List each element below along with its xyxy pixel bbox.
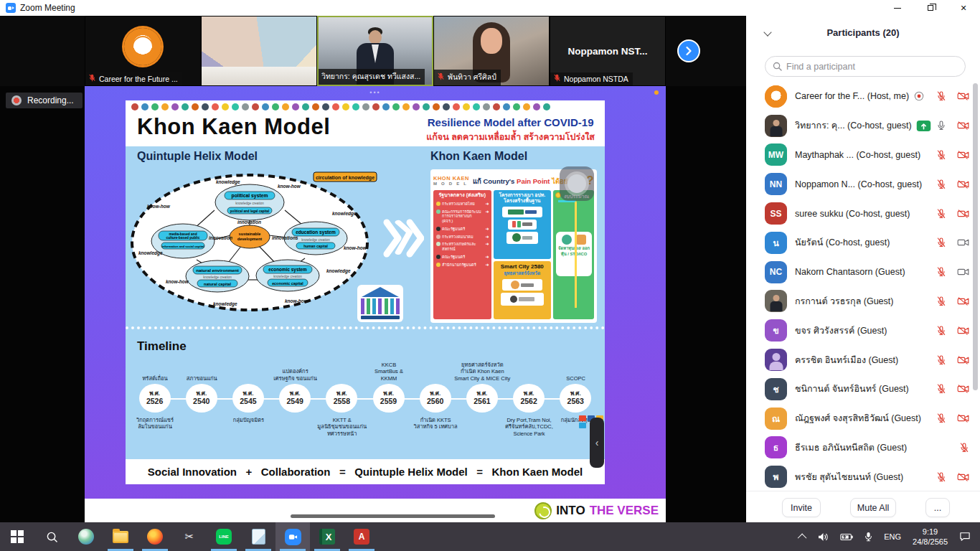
- volume-icon[interactable]: [813, 522, 834, 551]
- svg-text:media-based and: media-based and: [169, 232, 197, 236]
- svg-text:know-how: know-how: [278, 184, 301, 189]
- timeline-item: พ.ศ.2560 กำเนิด KKTS วิสาหกิจ 5 เทศบาล: [412, 329, 458, 462]
- participant-badges: [916, 121, 931, 131]
- next-page-videos-button[interactable]: [677, 39, 700, 62]
- participant-avatar: ณ: [765, 408, 787, 430]
- video-tile[interactable]: Noppamon NST... Noppamon NSTDA: [550, 16, 666, 86]
- participant-row[interactable]: NC Nakorn Chantasorn (Guest): [746, 258, 980, 287]
- mic-muted-icon: [936, 354, 947, 366]
- participant-name: ครรชิต อินทร์เมือง (Guest): [795, 353, 898, 367]
- firefox-button[interactable]: [138, 522, 172, 551]
- participant-avatar: [765, 349, 787, 371]
- excel-button[interactable]: X: [310, 522, 344, 551]
- more-options-button[interactable]: ...: [925, 498, 950, 517]
- video-tile[interactable]: นัยรัตน์: [201, 16, 317, 86]
- participant-row[interactable]: วิทยากร: คุ... (Co-host, guest): [746, 111, 980, 141]
- language-indicator[interactable]: ENG: [879, 522, 906, 551]
- mic-muted-icon: [204, 72, 212, 80]
- svg-text:natural environment: natural environment: [196, 268, 238, 273]
- camera-on-icon: [956, 237, 970, 248]
- collapse-panel-handle[interactable]: ‹: [590, 418, 604, 468]
- mute-all-button[interactable]: Mute All: [850, 498, 896, 517]
- timeline-year-circle: พ.ศ.2558: [326, 384, 357, 413]
- line-app-button[interactable]: LINE: [207, 522, 241, 551]
- participant-row[interactable]: ครรชิต อินทร์เมือง (Guest): [746, 345, 980, 375]
- participant-row[interactable]: น นัยรัตน์ (Co-host, guest): [746, 228, 980, 258]
- svg-text:knowledge: knowledge: [326, 268, 351, 274]
- file-explorer-button[interactable]: [103, 522, 138, 551]
- svg-text:natural capital: natural capital: [204, 282, 231, 286]
- video-tile-label: วิทยากร: คุณสุรเดช ทวีแสงส...: [319, 69, 425, 85]
- participant-avatar: พ: [765, 466, 787, 488]
- acrobat-button[interactable]: A: [344, 522, 379, 551]
- participant-avatar: ธ: [765, 436, 787, 458]
- restore-button[interactable]: [914, 0, 947, 16]
- participant-row[interactable]: Career for the F... (Host, me): [746, 82, 980, 111]
- action-center-icon[interactable]: [954, 522, 976, 551]
- timeline-item: พ.ศ.2562 Dry Port,Tram Noi, ศรีจันทร์คลั…: [506, 329, 552, 462]
- close-button[interactable]: ✕: [947, 0, 980, 16]
- camera-off-icon: [956, 149, 970, 161]
- search-input[interactable]: [786, 62, 958, 72]
- timeline-year-circle: พ.ศ.2540: [186, 384, 217, 413]
- participant-row[interactable]: ณ ณัฎฐพงศ์ จงสุรสิทธิวัฒน์ (Guest): [746, 404, 980, 433]
- timeline-label-above: SCOPC: [544, 375, 608, 382]
- start-button[interactable]: [0, 522, 34, 551]
- recording-dot-icon: [11, 95, 22, 105]
- drag-handle-icon[interactable]: •••: [369, 89, 380, 96]
- svg-text:know-how: know-how: [344, 245, 367, 250]
- timeline-item: KKCB SmartBus & KKMM พ.ศ.2559: [365, 329, 412, 462]
- infographic-column-budget: งบประมาณ จัดหาทุนเอง/ ออกหุ้น / STO/ICO: [553, 190, 594, 319]
- assistive-touch-button[interactable]: [560, 166, 594, 201]
- video-tile[interactable]: พันทิวา ศรีศิลป์: [433, 16, 550, 86]
- participant-search-box[interactable]: [765, 56, 966, 77]
- participant-row[interactable]: SS suree sukku (Co-host, guest): [746, 199, 980, 228]
- participant-row[interactable]: MW Maythaphak ... (Co-host, guest): [746, 141, 980, 170]
- horizontal-scrollbar[interactable]: [291, 514, 495, 518]
- participant-row[interactable]: พ พรชัย สุตันไชยนนท์ (Guest): [746, 462, 980, 491]
- participant-row[interactable]: กรกานต์ วรธรกุล (Guest): [746, 287, 980, 316]
- participant-row[interactable]: NN Noppamon N... (Co-host, guest): [746, 169, 980, 199]
- windows-taskbar: ✂LINEXA ENG 9:1924/8/2565: [0, 522, 980, 551]
- line-app-icon: LINE: [216, 529, 232, 545]
- video-tile[interactable]: วิทยากร: คุณสุรเดช ทวีแสงส...: [317, 16, 433, 86]
- minimize-button[interactable]: [881, 0, 914, 16]
- battery-icon[interactable]: [835, 522, 858, 551]
- invite-button[interactable]: Invite: [782, 498, 821, 517]
- taskbar-search-button[interactable]: [34, 522, 69, 551]
- camera-off-icon: [956, 471, 970, 483]
- zoom-app-button[interactable]: [275, 522, 310, 551]
- participant-row[interactable]: ธ ธีรเมธ อภินันทนีสถิต (Guest): [746, 433, 980, 463]
- timeline-year-circle: พ.ศ.2526: [139, 384, 171, 413]
- participant-avatar: [765, 85, 787, 108]
- chevron-down-icon[interactable]: [765, 28, 772, 35]
- svg-text:development: development: [237, 237, 263, 241]
- svg-text:knowledge: knowledge: [138, 250, 163, 256]
- mic-muted-icon: [88, 74, 96, 82]
- khon-kaen-verse-logo: [534, 502, 552, 519]
- svg-text:know-how: know-how: [285, 298, 308, 303]
- svg-text:knowledge creation: knowledge creation: [301, 238, 330, 242]
- microphone-tray-icon[interactable]: [859, 522, 877, 551]
- clock[interactable]: 9:1924/8/2565: [908, 522, 953, 551]
- globe-app-button[interactable]: [69, 522, 103, 551]
- participant-row[interactable]: ช ชนิกานต์ จันทร์อินทร์ (Guest): [746, 375, 980, 404]
- timeline-year-circle: พ.ศ.2559: [373, 384, 405, 413]
- panel-scrollbar[interactable]: [973, 83, 978, 390]
- infographic-brand: KHON KAEN: [433, 176, 469, 182]
- video-tile[interactable]: Career for the Future ...: [85, 16, 201, 86]
- participant-avatar: ข: [765, 319, 787, 342]
- camera-off-icon: [956, 90, 970, 102]
- notepad-icon: [252, 529, 265, 545]
- snipping-tool-button[interactable]: ✂: [172, 522, 207, 551]
- infographic-smart-city-box: Smart City 2580 ยุทธศาสตร์จังหวัด: [494, 261, 551, 319]
- mic-muted-icon: [936, 208, 947, 220]
- participant-row[interactable]: ข ขจร ศิวรังสรรค์ (Guest): [746, 316, 980, 345]
- hidden-icons-chevron[interactable]: [795, 522, 811, 551]
- notepad-button[interactable]: [241, 522, 275, 551]
- participant-status-icons: [936, 325, 970, 336]
- screen-share-badge-icon: [916, 121, 931, 131]
- assistive-touch-circle-icon: [567, 174, 586, 193]
- zoom-meeting-window: Zoom Meeting ✕ Career for the Future ...…: [0, 0, 980, 551]
- mic-muted-icon: [936, 471, 947, 483]
